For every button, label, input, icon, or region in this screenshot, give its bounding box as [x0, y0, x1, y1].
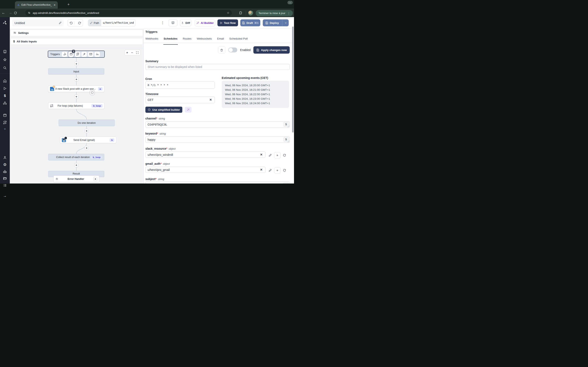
bookmark-star-icon[interactable]: ☆ — [227, 11, 229, 15]
webhook-trigger-icon[interactable] — [62, 52, 67, 57]
settings-gear-icon[interactable]: ⚙ — [3, 162, 7, 167]
favorites-star-icon[interactable] — [3, 58, 7, 62]
send-email-node[interactable]: TS Send Email (gmail) b — [60, 137, 116, 143]
path-input[interactable] — [101, 19, 136, 26]
triggers-node[interactable]: Triggers 1 — [48, 50, 105, 58]
tab-routes[interactable]: Routes — [183, 37, 191, 43]
diff-button[interactable]: Diff — [180, 19, 191, 26]
ai-cron-wand-button[interactable] — [185, 107, 191, 113]
user-icon[interactable] — [3, 156, 7, 159]
error-handler-node[interactable]: Error Handler + — [53, 175, 99, 182]
forward-icon[interactable]: → — [7, 11, 14, 15]
flow-title-field[interactable]: Untitled — [12, 19, 64, 26]
refresh-icon[interactable] — [283, 169, 286, 172]
sidebar-add-icon[interactable]: + — [4, 127, 6, 131]
robot-icon[interactable] — [3, 170, 7, 174]
timezone-input[interactable] — [145, 96, 215, 103]
enabled-toggle[interactable] — [228, 48, 237, 52]
undo-button[interactable] — [68, 21, 75, 25]
new-tab-button[interactable]: + — [67, 2, 70, 6]
runs-play-icon[interactable] — [3, 87, 7, 90]
test-flow-button[interactable]: Test flow — [217, 19, 238, 26]
workspace-icon[interactable] — [3, 50, 7, 53]
home-icon[interactable] — [3, 79, 7, 83]
tab-scheduled-poll[interactable]: Scheduled Poll — [229, 37, 248, 43]
browser-menu-icon[interactable]: ⋮ — [287, 12, 290, 15]
scheduled-poll-trigger-icon[interactable] — [95, 52, 100, 57]
gmail-auth-input[interactable] — [145, 167, 265, 173]
profile-avatar[interactable] — [248, 11, 253, 16]
forloop-node[interactable]: For loop (skip failures) b_loop — [48, 102, 104, 109]
zoom-out-icon[interactable]: − — [131, 51, 133, 54]
edit-title-pencil-icon[interactable] — [59, 21, 62, 24]
extensions-icon[interactable] — [239, 11, 242, 15]
add-error-handler-button[interactable]: + — [93, 177, 97, 181]
keyword-input[interactable] — [145, 136, 290, 143]
redo-button[interactable] — [76, 21, 83, 25]
deploy-dropdown-button[interactable] — [282, 19, 289, 26]
clear-resource-icon[interactable]: ✕ — [260, 168, 263, 171]
do-one-iteration-node[interactable]: Do one iteration — [59, 119, 115, 126]
dollar-expr-button[interactable]: $ — [283, 122, 289, 127]
schedule-trigger-icon[interactable]: 1 — [68, 52, 74, 57]
draft-button[interactable]: Draft ⌘S — [240, 19, 260, 26]
windmill-logo[interactable] — [2, 20, 7, 25]
refresh-icon[interactable] — [283, 154, 286, 157]
route-trigger-icon[interactable] — [75, 52, 80, 57]
delete-schedule-button[interactable] — [218, 46, 225, 54]
more-options-kebab-icon[interactable]: ⋮ — [161, 21, 164, 25]
path-label[interactable]: Path — [88, 19, 101, 26]
add-step-button[interactable]: + — [74, 163, 78, 167]
tab-websockets[interactable]: Websockets — [197, 37, 212, 43]
schedules-calendar-icon[interactable] — [3, 113, 7, 117]
input-node[interactable]: Input — [48, 68, 104, 75]
cron-input[interactable] — [145, 81, 215, 89]
dollar-expr-button[interactable]: $ — [283, 182, 289, 184]
dollar-expr-button[interactable]: $ — [283, 137, 289, 142]
add-step-button[interactable]: + — [85, 146, 89, 150]
clear-resource-icon[interactable]: ✕ — [260, 153, 263, 156]
tab-search-icon[interactable]: ⌄ — [287, 1, 293, 4]
routes-icon[interactable] — [3, 121, 7, 125]
summary-input[interactable] — [145, 64, 290, 70]
slack-step-node[interactable]: TS A new Slack post with a given wor... … — [48, 85, 104, 92]
tab-schedules[interactable]: Schedules — [164, 37, 178, 43]
add-resource-button[interactable]: + — [274, 152, 281, 158]
tab-webhooks[interactable]: Webhooks — [145, 37, 158, 43]
websocket-trigger-icon[interactable] — [81, 52, 87, 57]
add-resource-button[interactable]: + — [274, 167, 281, 174]
browser-update-button[interactable]: Terminer la mise à jour ⋮ — [256, 10, 293, 16]
add-step-button[interactable]: + — [74, 77, 78, 81]
slack-resource-input[interactable] — [145, 151, 265, 158]
subject-input[interactable] — [145, 182, 290, 184]
reload-icon[interactable] — [14, 11, 21, 15]
url-bar[interactable]: app.windmill.dev/flows/edit/u/henri/effe… — [25, 10, 232, 16]
folder-icon[interactable] — [3, 176, 7, 180]
edit-resource-pencil-icon[interactable] — [269, 169, 272, 172]
add-step-button[interactable]: + — [85, 129, 89, 133]
stop-after-step-button[interactable] — [90, 90, 95, 95]
collect-result-node[interactable]: Collect result of each iteration b_loop — [48, 154, 104, 160]
variables-dollar-icon[interactable]: $ — [4, 94, 6, 98]
clear-timezone-icon[interactable]: ✕ — [209, 98, 212, 101]
url-text[interactable]: app.windmill.dev/flows/edit/u/henri/effe… — [33, 11, 225, 15]
tab-close-icon[interactable]: ✕ — [53, 3, 56, 7]
browser-tab[interactable]: Edit Flow u/henri/effective_un ✕ — [15, 1, 58, 8]
site-info-icon[interactable] — [28, 11, 31, 14]
fullscreen-icon[interactable] — [136, 51, 139, 54]
search-icon[interactable] — [3, 66, 7, 70]
email-trigger-icon[interactable] — [88, 52, 93, 57]
tab-email[interactable]: Email — [217, 37, 224, 43]
channel-input[interactable] — [145, 121, 290, 128]
flow-graph-canvas[interactable]: Settings $ All Static Inputs + − Trigger… — [10, 29, 144, 184]
add-step-button[interactable]: + — [74, 95, 78, 99]
deploy-button[interactable]: Deploy — [263, 19, 289, 26]
panel-scrollbar[interactable] — [292, 26, 294, 133]
simplified-builder-button[interactable]: Use simplified builder — [145, 107, 182, 113]
ai-builder-button[interactable]: AI Builder — [195, 19, 215, 26]
zoom-in-icon[interactable]: + — [126, 51, 128, 54]
add-step-button[interactable]: + — [74, 62, 78, 66]
documentation-button[interactable] — [168, 19, 177, 26]
apply-changes-button[interactable]: Apply changes now — [253, 46, 290, 54]
back-icon[interactable]: ← — [0, 11, 7, 15]
